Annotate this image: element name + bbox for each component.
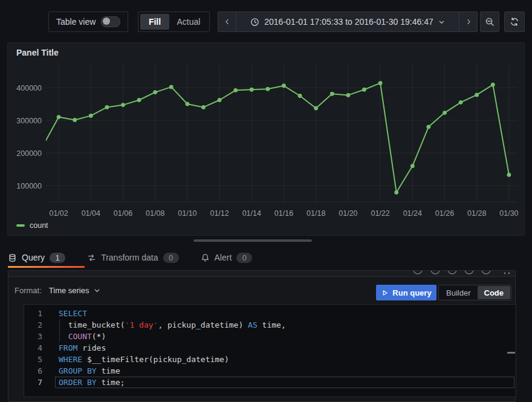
- sql-code-editor[interactable]: 1SELECT2 time_bucket('1 day', pickup_dat…: [24, 304, 516, 397]
- svg-text:01/16: 01/16: [274, 209, 293, 218]
- svg-text:01/10: 01/10: [178, 209, 196, 218]
- chevron-left-icon: [224, 18, 231, 26]
- caret-down-icon: [438, 19, 445, 25]
- table-view-label: Table view: [56, 17, 96, 27]
- svg-text:01/14: 01/14: [242, 209, 261, 218]
- sql-code-lines[interactable]: 1SELECT2 time_bucket('1 day', pickup_dat…: [24, 305, 516, 388]
- active-tab-underline: [8, 266, 85, 268]
- line-number: 3: [24, 331, 42, 342]
- magnifier-minus-icon: [485, 17, 495, 27]
- chevron-down-icon: [94, 287, 100, 294]
- code-text: SELECT: [42, 308, 87, 319]
- svg-text:01/20: 01/20: [339, 209, 357, 218]
- tab-query-label: Query: [22, 253, 45, 262]
- code-text: GROUP BY time: [42, 365, 120, 377]
- code-text: FROM rides: [42, 342, 106, 354]
- svg-text:01/02: 01/02: [49, 209, 68, 218]
- format-select[interactable]: Time series: [49, 286, 100, 295]
- pane-resize-handle[interactable]: [193, 239, 312, 242]
- code-text: ORDER BY time;: [42, 377, 125, 388]
- code-line-3[interactable]: 3 COUNT(*): [24, 331, 516, 342]
- clock-icon: [250, 18, 259, 27]
- fill-actual-radio-group: Fill Actual: [138, 11, 210, 32]
- builder-code-toggle: Builder Code: [438, 285, 511, 300]
- code-line-7[interactable]: 7ORDER BY time;: [24, 377, 516, 388]
- zoom-out-time-button[interactable]: [480, 11, 499, 32]
- line-number: 7: [24, 377, 42, 388]
- code-line-6[interactable]: 6GROUP BY time: [24, 365, 516, 377]
- tab-query-count: 1: [50, 253, 65, 263]
- svg-text:01/06: 01/06: [114, 209, 132, 218]
- run-query-label: Run query: [392, 288, 431, 297]
- query-row-action-icons-partial: [8, 271, 515, 276]
- code-line-2[interactable]: 2 time_bucket('1 day', pickup_datetime) …: [24, 319, 516, 331]
- play-icon: [381, 289, 389, 297]
- tab-alert[interactable]: Alert 0: [201, 253, 253, 263]
- tab-transform-data[interactable]: Transform data 0: [87, 253, 178, 263]
- time-range-controls: 2016-01-01 17:05:33 to 2016-01-30 19:46:…: [218, 11, 478, 32]
- time-shift-forward-button[interactable]: [459, 12, 477, 31]
- run-query-button[interactable]: Run query: [376, 285, 436, 300]
- svg-text:01/28: 01/28: [467, 209, 486, 218]
- bell-icon: [201, 253, 210, 262]
- actual-option[interactable]: Actual: [170, 14, 207, 30]
- builder-mode-option[interactable]: Builder: [440, 286, 477, 299]
- code-mode-option[interactable]: Code: [478, 286, 511, 299]
- timeseries-panel: Panel Title 10000020000030000040000001/0…: [7, 42, 525, 236]
- legend-series-label[interactable]: count: [30, 221, 48, 230]
- table-view-toggle-group[interactable]: Table view: [48, 11, 128, 32]
- switch-knob: [103, 18, 110, 25]
- line-number: 2: [24, 319, 42, 331]
- code-line-1[interactable]: 1SELECT: [24, 308, 516, 319]
- time-shift-back-button[interactable]: [218, 12, 236, 31]
- chart-legend[interactable]: count: [16, 221, 48, 230]
- tab-query[interactable]: Query 1: [8, 253, 65, 263]
- svg-text:300000: 300000: [16, 117, 42, 125]
- transform-icon: [87, 253, 96, 262]
- svg-text:01/30: 01/30: [499, 209, 518, 218]
- svg-text:01/08: 01/08: [146, 209, 164, 218]
- legend-series-color: [16, 224, 25, 227]
- line-number: 1: [24, 308, 42, 319]
- code-text: time_bucket('1 day', pickup_datetime) AS…: [42, 319, 286, 331]
- timeseries-chart[interactable]: 10000020000030000040000001/0201/0401/060…: [8, 43, 524, 235]
- tab-alert-label: Alert: [215, 253, 232, 262]
- refresh-icon: [510, 17, 519, 27]
- code-text: WHERE $__timeFilter(pickup_datetime): [42, 354, 229, 365]
- query-row-header-clipped: [8, 271, 515, 277]
- tab-transform-label: Transform data: [101, 253, 158, 262]
- chevron-right-icon: [465, 18, 472, 26]
- svg-text:01/12: 01/12: [210, 209, 229, 218]
- format-select-value: Time series: [49, 286, 89, 295]
- tab-transform-count: 0: [163, 253, 179, 263]
- format-label: Format:: [15, 286, 42, 295]
- svg-text:01/22: 01/22: [371, 209, 389, 218]
- svg-text:100000: 100000: [16, 182, 42, 190]
- line-number: 6: [24, 365, 42, 377]
- refresh-button[interactable]: [504, 11, 525, 32]
- database-icon: [8, 253, 17, 262]
- tab-alert-count: 0: [236, 253, 252, 263]
- time-range-picker-button[interactable]: 2016-01-01 17:05:33 to 2016-01-30 19:46:…: [236, 12, 459, 31]
- svg-text:400000: 400000: [16, 84, 42, 92]
- svg-text:01/24: 01/24: [403, 209, 422, 218]
- svg-text:01/26: 01/26: [435, 209, 454, 218]
- code-line-5[interactable]: 5WHERE $__timeFilter(pickup_datetime): [24, 354, 516, 365]
- code-text: COUNT(*): [42, 331, 106, 342]
- grafana-panel-editor: Table view Fill Actual 2016-01-01 17:05:…: [0, 0, 532, 402]
- line-number: 4: [24, 342, 42, 354]
- svg-text:01/18: 01/18: [307, 209, 325, 218]
- svg-text:200000: 200000: [16, 149, 42, 158]
- table-view-switch[interactable]: [101, 16, 120, 27]
- fill-option[interactable]: Fill: [140, 14, 169, 30]
- time-range-text: 2016-01-01 17:05:33 to 2016-01-30 19:46:…: [264, 17, 433, 27]
- svg-text:01/04: 01/04: [82, 209, 100, 218]
- code-line-4[interactable]: 4FROM rides: [24, 342, 516, 354]
- query-editor-pane: Format: Time series Run query Builder Co…: [8, 270, 516, 402]
- line-number: 5: [24, 354, 42, 365]
